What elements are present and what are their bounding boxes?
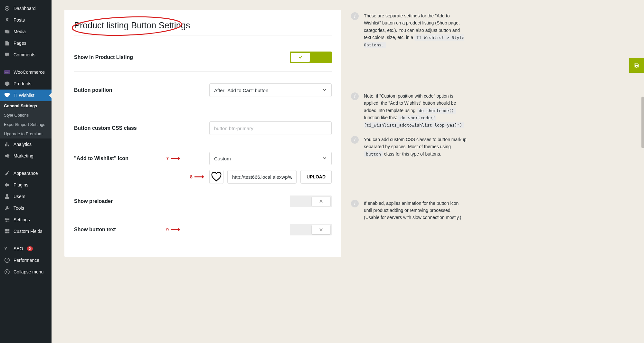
upload-button[interactable]: UPLOAD — [300, 170, 332, 184]
heart-icon — [211, 171, 222, 182]
tools-icon — [4, 205, 10, 211]
svg-rect-11 — [5, 232, 7, 233]
sidebar-item-seo[interactable]: YSEO 2 — [0, 243, 52, 254]
icon-preview — [209, 170, 223, 184]
select-value: Custom — [214, 156, 231, 161]
info-icon: i — [351, 136, 359, 144]
select-wishlist-icon[interactable]: Custom — [209, 152, 332, 165]
chevron-down-icon — [322, 156, 327, 161]
sidebar-item-label: Analytics — [14, 142, 32, 147]
svg-point-6 — [5, 218, 7, 219]
svg-rect-10 — [7, 229, 9, 231]
sidebar-item-marketing[interactable]: Marketing — [0, 150, 52, 162]
select-button-position[interactable]: After "Add to Cart" button — [209, 83, 332, 97]
sidebar-item-users[interactable]: Users — [0, 191, 52, 202]
sidebar-item-performance[interactable]: Performance — [0, 254, 52, 266]
info-block-1: i These are separate settings for the "A… — [351, 12, 470, 49]
svg-point-15 — [5, 270, 9, 274]
sidebar-item-pages[interactable]: Pages — [0, 37, 52, 49]
sidebar-item-dashboard[interactable]: Dashboard — [0, 3, 52, 14]
toggle-handle — [312, 225, 330, 234]
sidebar-item-posts[interactable]: Posts — [0, 14, 52, 26]
svg-rect-9 — [5, 229, 7, 231]
toggle-show-in-listing[interactable] — [290, 52, 332, 63]
svg-marker-18 — [178, 157, 180, 160]
info-icon: i — [351, 92, 359, 100]
sidebar-item-collapse[interactable]: Collapse menu — [0, 266, 52, 278]
sidebar-item-label: Posts — [14, 17, 25, 23]
svg-point-8 — [6, 221, 7, 222]
info-text: You can add custom CSS classes to button… — [364, 136, 467, 158]
sidebar-item-label: Comments — [14, 52, 35, 57]
submenu-export-import[interactable]: Export/Import Settings — [0, 120, 52, 129]
sidebar-item-tiwishlist[interactable]: TI Wishlist — [0, 90, 52, 101]
info-text: These are separate settings for the "Add… — [364, 12, 467, 49]
sidebar-item-media[interactable]: Media — [0, 26, 52, 37]
marketing-icon — [4, 153, 10, 159]
heart-badge-icon — [4, 92, 10, 99]
field-button-position: Button position After "Add to Cart" butt… — [74, 72, 332, 105]
sidebar-item-label: Settings — [14, 217, 30, 222]
sidebar-item-analytics[interactable]: Analytics — [0, 138, 52, 150]
annotation-marker-8: 8 — [190, 174, 204, 179]
sidebar-item-customfields[interactable]: Custom Fields — [0, 225, 52, 237]
sidebar-item-label: TI Wishlist — [14, 93, 34, 98]
svg-rect-12 — [7, 232, 9, 233]
field-show-button-text: Show button text 9 — [74, 215, 332, 244]
field-icon-upload: 8 UPLOAD — [74, 170, 332, 192]
submenu-style-options[interactable]: Style Options — [0, 110, 52, 120]
sidebar-item-woocommerce[interactable]: wooWooCommerce — [0, 66, 52, 78]
pin-icon — [4, 17, 10, 23]
input-icon-url[interactable] — [227, 170, 297, 184]
sidebar-item-settings[interactable]: Settings — [0, 214, 52, 225]
seo-badge: 2 — [27, 246, 33, 251]
submenu-upgrade[interactable]: Upgrade to Premium — [0, 129, 52, 138]
field-label: Button position — [74, 87, 177, 93]
woo-icon: woo — [4, 69, 10, 75]
submenu: General Settings Style Options Export/Im… — [0, 101, 52, 138]
collapse-icon — [4, 269, 10, 275]
sidebar-item-label: SEO — [14, 246, 23, 251]
products-icon — [4, 81, 10, 87]
sidebar-item-label: Dashboard — [14, 6, 36, 11]
sidebar-item-label: Tools — [14, 205, 24, 211]
toggle-show-preloader[interactable] — [290, 195, 332, 207]
info-block-4: i If enabled, applies animation for the … — [351, 200, 470, 221]
annotation-marker-9: 9 — [166, 227, 180, 232]
sidebar-item-label: Media — [14, 29, 26, 34]
field-label: "Add to Wishlist" Icon — [74, 156, 177, 161]
toggle-show-button-text[interactable] — [290, 224, 332, 235]
sidebar-item-comments[interactable]: Comments — [0, 49, 52, 61]
sidebar-item-label: Appearance — [14, 171, 38, 176]
floating-save-button[interactable] — [629, 58, 644, 73]
info-panel: i These are separate settings for the "A… — [351, 10, 470, 241]
sidebar-item-appearance[interactable]: Appearance — [0, 167, 52, 179]
sidebar-item-plugins[interactable]: Plugins — [0, 179, 52, 191]
content-area: Product listing Button Settings Show in … — [52, 0, 644, 343]
field-show-preloader: Show preloader — [74, 192, 332, 215]
info-block-2: i Note: if "Custom position with code" o… — [351, 92, 470, 129]
fields-icon — [4, 228, 10, 234]
svg-text:woo: woo — [5, 71, 10, 74]
field-show-in-listing: Show in Product Listing — [74, 35, 332, 72]
page-icon — [4, 40, 10, 46]
sidebar-item-products[interactable]: Products — [0, 78, 52, 90]
sidebar-item-tools[interactable]: Tools — [0, 202, 52, 214]
sidebar-item-label: Plugins — [14, 182, 28, 187]
media-icon — [4, 28, 10, 35]
sidebar-item-label: Custom Fields — [14, 229, 42, 234]
submenu-general-settings[interactable]: General Settings — [0, 101, 52, 110]
input-css-class[interactable] — [209, 121, 332, 135]
field-label: Button custom CSS class — [74, 125, 177, 131]
field-label: Show button text — [74, 227, 177, 233]
info-icon: i — [351, 200, 359, 207]
svg-point-2 — [6, 194, 8, 196]
scrollbar[interactable] — [641, 97, 644, 148]
users-icon — [4, 193, 10, 200]
svg-text:Y: Y — [5, 246, 7, 251]
performance-icon — [4, 257, 10, 263]
plugins-icon — [4, 182, 10, 188]
chevron-down-icon — [322, 88, 327, 93]
annotation-marker-7: 7 — [166, 156, 180, 161]
select-value: After "Add to Cart" button — [214, 88, 268, 93]
